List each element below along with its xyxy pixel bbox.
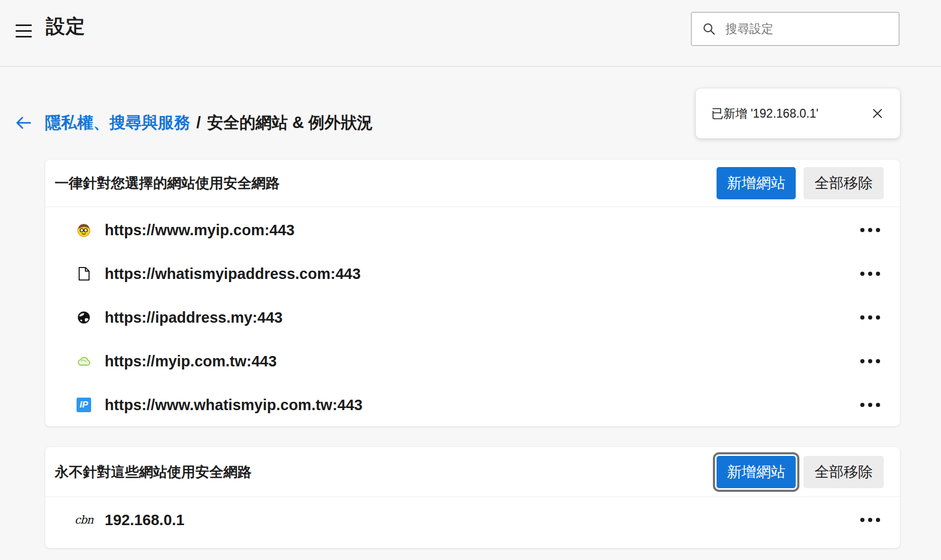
page-title: 設定 (46, 14, 85, 40)
ellipsis-icon (876, 403, 880, 407)
site-url: 192.168.0.1 (105, 512, 856, 529)
toast-close-button[interactable] (868, 104, 887, 123)
card-title: 一律針對您選擇的網站使用安全網路 (55, 174, 717, 193)
ellipsis-icon (860, 315, 864, 320)
myip-face-favicon-icon (77, 223, 91, 237)
ellipsis-icon (876, 359, 880, 363)
toast-message: 已新增 '192.168.0.1' (711, 106, 868, 122)
site-row: https://myip.com.tw:443 (45, 339, 900, 383)
ellipsis-icon (860, 359, 864, 363)
more-options-button[interactable] (856, 353, 884, 370)
site-url: https://myip.com.tw:443 (105, 353, 856, 370)
site-row: cbn192.168.0.1 (45, 498, 900, 542)
ellipsis-icon (868, 359, 872, 363)
ellipsis-icon (876, 228, 880, 232)
add-site-button[interactable]: 新增網站 (717, 167, 796, 199)
card-header: 一律針對您選擇的網站使用安全網路 新增網站 全部移除 (45, 160, 900, 207)
toast-notification: 已新增 '192.168.0.1' (696, 88, 900, 138)
more-options-button[interactable] (856, 265, 884, 282)
site-row: https://whatismyipaddress.com:443 (45, 252, 900, 296)
site-row: https://ipaddress.my:443 (45, 296, 900, 339)
more-options-button[interactable] (856, 512, 884, 528)
ellipsis-icon (876, 518, 880, 522)
settings-header: 設定 (0, 0, 941, 67)
cbn-favicon-icon: cbn (77, 513, 91, 527)
breadcrumb-link-privacy[interactable]: 隱私權、搜尋與服務 (45, 112, 190, 134)
breadcrumb: 隱私權、搜尋與服務 / 安全的網站 & 例外狀況 (11, 106, 373, 139)
search-input[interactable] (725, 22, 888, 36)
close-icon (871, 107, 884, 120)
settings-search-box[interactable] (691, 12, 899, 46)
ellipsis-icon (876, 315, 880, 320)
ellipsis-icon (868, 403, 872, 407)
ellipsis-icon (868, 518, 872, 522)
card-title: 永不針對這些網站使用安全網路 (55, 463, 717, 481)
settings-content: 隱私權、搜尋與服務 / 安全的網站 & 例外狀況 已新增 '192.168.0.… (0, 67, 941, 560)
site-row: IPhttps://www.whatismyip.com.tw:443 (45, 383, 900, 427)
hamburger-menu-icon[interactable] (12, 19, 35, 43)
never-secure-sites-card: 永不針對這些網站使用安全網路 新增網站 全部移除 cbn192.168.0.1 (45, 447, 900, 548)
globe-favicon-icon (77, 310, 91, 325)
card-header: 永不針對這些網站使用安全網路 新增網站 全部移除 (45, 447, 900, 497)
back-arrow-icon (15, 114, 32, 131)
ellipsis-icon (860, 272, 864, 276)
ellipsis-icon (868, 228, 872, 232)
ellipsis-icon (868, 272, 872, 276)
add-site-button-focused[interactable]: 新增網站 (717, 456, 796, 488)
always-secure-sites-card: 一律針對您選擇的網站使用安全網路 新增網站 全部移除 https://www.m… (45, 160, 900, 426)
site-row: https://www.myip.com:443 (45, 208, 900, 252)
ellipsis-icon (868, 315, 872, 320)
search-icon (702, 22, 716, 36)
site-list: https://www.myip.com:443https://whatismy… (45, 207, 900, 427)
site-url: https://whatismyipaddress.com:443 (105, 265, 856, 283)
hamburger-bar (16, 36, 32, 37)
back-button[interactable] (11, 111, 35, 134)
default-page-favicon-icon (77, 266, 91, 281)
breadcrumb-separator: / (196, 113, 201, 132)
breadcrumb-current: 安全的網站 & 例外狀況 (207, 112, 373, 134)
ellipsis-icon (876, 272, 880, 276)
green-cloud-favicon-icon (77, 354, 91, 368)
ellipsis-icon (860, 228, 864, 232)
site-url: https://www.whatismyip.com.tw:443 (105, 397, 856, 414)
site-url: https://www.myip.com:443 (105, 222, 856, 239)
ellipsis-icon (860, 518, 864, 522)
site-list: cbn192.168.0.1 (45, 497, 900, 542)
remove-all-button[interactable]: 全部移除 (804, 456, 884, 488)
remove-all-button[interactable]: 全部移除 (804, 167, 884, 199)
more-options-button[interactable] (856, 397, 884, 413)
ip-badge-favicon-icon: IP (77, 398, 91, 412)
more-options-button[interactable] (856, 222, 884, 238)
hamburger-bar (16, 30, 32, 32)
hamburger-bar (16, 24, 32, 26)
ellipsis-icon (860, 403, 864, 407)
site-url: https://ipaddress.my:443 (105, 309, 856, 326)
more-options-button[interactable] (856, 309, 884, 326)
